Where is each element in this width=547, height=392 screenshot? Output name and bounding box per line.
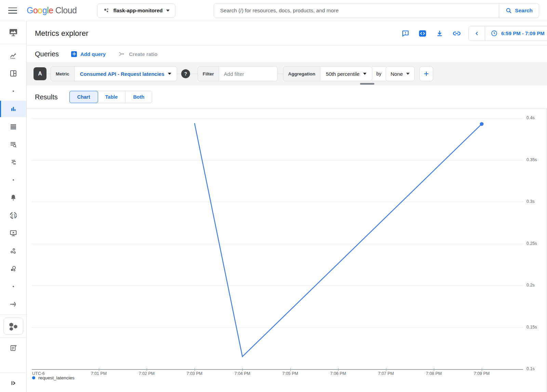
page-header: Metrics explorer <box>27 21 547 46</box>
metric-label: Metric <box>51 67 75 81</box>
logo-letter: g <box>42 5 47 15</box>
circles-icon <box>9 265 17 273</box>
legend-dot-icon <box>32 376 35 379</box>
svg-text:{ }: { } <box>11 213 15 218</box>
results-view-toggle: Chart Table Both <box>69 91 152 103</box>
main-content: Metrics explorer <box>27 21 547 392</box>
link-icon <box>452 29 461 38</box>
code-editor-button[interactable] <box>418 29 427 38</box>
connector-line <box>46 74 51 74</box>
top-bar: GoogleCloud flask-app-monitored Search <box>0 0 547 21</box>
sidebar-item-dashboards[interactable] <box>0 65 26 82</box>
chevron-down-icon <box>168 73 171 75</box>
project-selector[interactable]: flask-app-monitored <box>97 3 175 18</box>
share-link-button[interactable] <box>452 29 461 38</box>
logo-letter: o <box>33 5 38 15</box>
nodes-icon <box>9 247 17 255</box>
plus-icon <box>423 70 430 77</box>
hamburger-menu-icon[interactable] <box>8 8 17 14</box>
logo-cloud-text: Cloud <box>55 5 77 15</box>
aggregation-label: Aggregation <box>283 67 321 81</box>
time-back-button[interactable] <box>469 26 485 41</box>
metric-value: Consumed API - Request latencies <box>80 71 164 77</box>
monitoring-logo[interactable] <box>0 21 26 44</box>
expand-panel-icon <box>10 379 17 387</box>
sidebar-item-groups[interactable] <box>0 242 26 260</box>
add-query-label: Add query <box>80 51 106 57</box>
tab-both[interactable]: Both <box>125 91 152 103</box>
time-range-button[interactable]: 6:59 PM - 7:09 PM <box>485 30 547 37</box>
group-by-dropdown[interactable]: None <box>386 66 415 81</box>
chevron-down-icon <box>363 73 366 75</box>
sidebar-item-hexagons[interactable] <box>3 318 23 335</box>
time-range-value: 6:59 PM - 7:09 PM <box>501 30 545 36</box>
project-icon <box>103 7 110 14</box>
feedback-icon <box>401 29 410 38</box>
data-sink-icon <box>9 300 17 308</box>
collapse-panel-button[interactable] <box>0 374 26 392</box>
logo-letter: e <box>49 5 53 15</box>
aggregation-dropdown[interactable]: 50th percentile <box>320 67 372 81</box>
logo-letter: o <box>38 5 42 15</box>
line-chart-plot-area[interactable]: 0.4s0.35s0.3s0.25s0.2s0.15s0.1s7:01 PM7:… <box>27 109 547 392</box>
svg-text:?: ? <box>184 71 187 76</box>
sidebar-item-list[interactable] <box>0 118 26 136</box>
download-button[interactable] <box>435 29 444 38</box>
log-search-icon <box>9 140 17 149</box>
filter-input[interactable] <box>219 67 277 81</box>
project-name: flask-app-monitored <box>113 8 162 13</box>
sidebar-item-trend-chart[interactable] <box>0 47 26 65</box>
code-icon <box>418 29 427 38</box>
metric-selector: Metric Consumed API - Request latencies <box>51 66 177 81</box>
sidebar-separator-dot <box>0 171 26 189</box>
time-range-control: 6:59 PM - 7:09 PM <box>468 26 547 41</box>
connector-line <box>190 74 198 74</box>
queries-title: Queries <box>35 50 59 58</box>
resize-drag-handle[interactable] <box>360 83 374 85</box>
sidebar-item-integrations[interactable]: { } <box>0 207 26 224</box>
metric-dropdown[interactable]: Consumed API - Request latencies <box>75 67 177 81</box>
connector-line <box>177 74 181 74</box>
tab-table[interactable]: Table <box>98 91 126 103</box>
aggregation-value: 50th percentile <box>326 71 359 77</box>
sidebar-item-uptime-checks[interactable] <box>0 224 26 242</box>
tab-chart[interactable]: Chart <box>69 91 98 103</box>
add-aggregation-button[interactable] <box>419 66 433 81</box>
trend-chart-icon <box>9 52 17 60</box>
sidebar-item-alerting[interactable] <box>0 189 26 207</box>
chart-section: 0.4s0.35s0.3s0.25s0.2s0.15s0.1s7:01 PM7:… <box>27 109 547 392</box>
download-icon <box>436 29 444 38</box>
header-actions <box>401 29 461 38</box>
sidebar-item-tune[interactable] <box>0 153 26 171</box>
monitoring-logo-icon <box>8 28 18 37</box>
dashboard-grid-icon <box>9 69 17 78</box>
add-query-button[interactable]: Add query <box>71 51 106 57</box>
tune-icon <box>9 158 17 166</box>
filter-control: Filter <box>198 66 278 81</box>
braces-circle-icon: { } <box>9 211 18 220</box>
query-letter-badge[interactable]: A <box>34 67 46 80</box>
results-title: Results <box>35 93 58 101</box>
sidebar-item-data-sink[interactable] <box>0 295 26 313</box>
series-end-point <box>480 122 484 126</box>
global-search: Search <box>214 3 539 18</box>
hexagons-icon <box>8 321 18 331</box>
sidebar-item-services[interactable] <box>0 260 26 278</box>
google-cloud-logo: GoogleCloud <box>27 5 77 15</box>
chart-legend[interactable]: request_latencies <box>32 375 75 380</box>
sidebar-item-release-notes[interactable] <box>0 339 26 357</box>
feedback-button[interactable] <box>401 29 410 38</box>
sidebar-divider <box>0 337 26 338</box>
page-title: Metrics explorer <box>35 29 88 38</box>
sidebar-nav: { } <box>0 44 26 392</box>
search-input[interactable] <box>214 8 499 14</box>
create-ratio-button[interactable]: Create ratio <box>118 50 157 58</box>
sidebar-item-log-search[interactable] <box>0 136 26 153</box>
metric-help-button[interactable]: ? <box>181 69 190 78</box>
uptime-monitor-icon <box>9 229 17 237</box>
search-button[interactable]: Search <box>499 3 539 18</box>
series-line <box>195 123 482 357</box>
sidebar-item-metrics-explorer[interactable] <box>0 101 26 117</box>
left-nav-sidebar: { } <box>0 21 27 392</box>
chart-line-svg <box>27 109 547 392</box>
